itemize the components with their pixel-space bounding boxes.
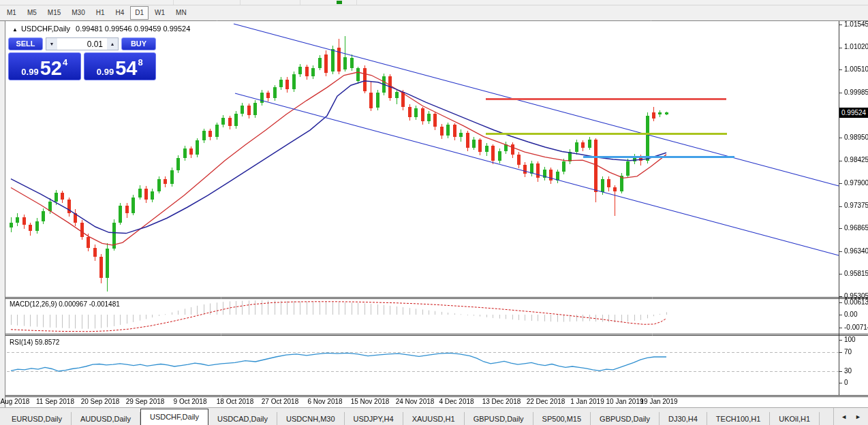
toolbar-separator xyxy=(300,0,300,5)
chart-symbol-title: USDCHF,Daily xyxy=(21,25,70,33)
chart-title-bar: ▲USDCHF,Daily0.99481 0.99546 0.99459 0.9… xyxy=(12,25,190,33)
toolbar-separator xyxy=(173,0,174,5)
symbol-tab[interactable]: SP500,M15 xyxy=(533,412,591,425)
timeframe-button[interactable]: D1 xyxy=(130,6,149,20)
symbol-tab-bar: EURUSD,DailyAUDUSD,DailyUSDCHF,DailyUSDC… xyxy=(0,407,868,425)
collapse-icon[interactable]: ▲ xyxy=(12,27,18,33)
symbol-tab[interactable]: USDCHF,Daily xyxy=(140,409,208,425)
symbol-tab[interactable]: GBPUSD,Daily xyxy=(591,412,660,425)
green-status-icon xyxy=(337,1,342,4)
symbol-tab[interactable]: EURUSD,Daily xyxy=(3,412,72,425)
timeframe-button[interactable]: M15 xyxy=(43,6,65,20)
rsi-indicator-label: RSI(14) 59.8572 xyxy=(10,339,59,346)
timeframe-button[interactable]: W1 xyxy=(150,6,170,20)
symbol-tab[interactable]: DJ30,H4 xyxy=(660,412,707,425)
buy-price-point: 8 xyxy=(138,58,142,67)
timeframe-button[interactable]: H4 xyxy=(111,6,129,20)
sell-price-pips: 52 xyxy=(40,60,62,76)
symbol-tab[interactable]: XAUUSD,H1 xyxy=(403,412,465,425)
one-click-trade-panel: SELL ▼ ▲ BUY 0.99524 0.99548 xyxy=(8,37,156,80)
chart-ohlc-values: 0.99481 0.99546 0.99459 0.99524 xyxy=(76,25,190,33)
sell-price-base: 0.99 xyxy=(21,67,38,76)
timeframe-button[interactable]: M5 xyxy=(22,6,42,20)
timeframe-toolbar: M1M5M15M30H1H4D1W1MN xyxy=(0,5,868,20)
symbol-tab[interactable]: GBPUSD,Daily xyxy=(465,412,533,425)
sell-button[interactable]: SELL xyxy=(8,37,43,50)
volume-input[interactable] xyxy=(57,38,107,50)
symbol-tab[interactable]: TECH100,H1 xyxy=(707,412,770,425)
buy-price-pips: 54 xyxy=(115,60,137,76)
buy-price-base: 0.99 xyxy=(97,67,114,76)
tab-scroll-left-icon[interactable]: ◄ xyxy=(841,413,847,420)
symbol-tab[interactable]: USDCAD,Daily xyxy=(208,412,277,425)
timeframe-button[interactable]: MN xyxy=(171,6,191,20)
timeframe-button[interactable]: M1 xyxy=(2,6,21,20)
buy-button[interactable]: BUY xyxy=(121,37,156,50)
volume-decrease-icon[interactable]: ▼ xyxy=(46,38,57,50)
volume-increase-icon[interactable]: ▲ xyxy=(107,38,118,50)
volume-stepper: ▼ ▲ xyxy=(46,37,119,50)
toolbar-separator xyxy=(356,0,357,5)
buy-price-box[interactable]: 0.99548 xyxy=(84,52,157,80)
toolbar-separator xyxy=(240,0,241,5)
timeframe-button[interactable]: H1 xyxy=(91,6,110,20)
cropped-toolbar-strip xyxy=(0,0,868,5)
tab-scroll-right-icon[interactable]: ► xyxy=(855,413,861,420)
timeframe-button[interactable]: M30 xyxy=(67,6,89,20)
current-price-tag: 0.99524 xyxy=(839,108,868,118)
macd-indicator-label: MACD(12,26,9) 0.000967 -0.001481 xyxy=(10,300,120,308)
sell-price-box[interactable]: 0.99524 xyxy=(8,52,81,80)
symbol-tab[interactable]: UKOil,H1 xyxy=(770,412,820,425)
symbol-tab[interactable]: USDJPY,H4 xyxy=(345,412,403,425)
symbol-tab[interactable]: USDCNH,M30 xyxy=(277,412,345,425)
trading-terminal: M1M5M15M30H1H4D1W1MN ▲USDCHF,Daily0.9948… xyxy=(0,0,868,425)
symbol-tab[interactable]: AUDUSD,Daily xyxy=(72,412,140,425)
sell-price-point: 4 xyxy=(63,58,67,67)
tab-scroll-controls: ◄ ► xyxy=(833,408,868,425)
